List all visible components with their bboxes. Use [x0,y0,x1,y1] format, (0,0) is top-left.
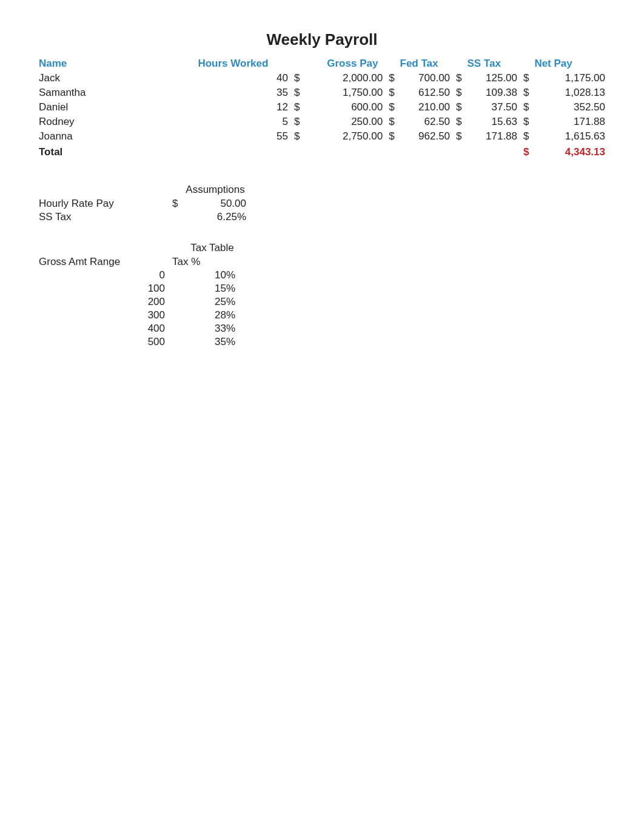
tax-pct-value: 28% [170,309,249,322]
total-label: Total [36,144,173,159]
table-row: Samantha35$1,750.00$612.50$109.38$1,028.… [36,86,608,100]
col-name: Name [36,56,173,71]
tax-table-header-row: Gross Amt Range Tax % [36,255,249,269]
cell-name: Jack [36,71,173,86]
cell-ss: 125.00 [465,71,520,86]
col-ss: SS Tax [465,56,532,71]
cell-fed: 700.00 [398,71,453,86]
currency-symbol: $ [385,86,397,100]
currency-symbol: $ [452,115,465,129]
cell-fed: 62.50 [398,115,453,129]
cell-hours: 35 [173,86,290,100]
assumptions-header: Assumptions [36,184,255,196]
currency-symbol: $ [452,100,465,115]
tax-range-value: 400 [36,322,170,335]
table-row: Daniel12$600.00$210.00$37.50$352.50 [36,100,608,115]
currency-symbol [170,210,182,224]
cell-fed: 612.50 [398,86,453,100]
tax-table-row: 010% [36,269,249,282]
cell-ss: 171.88 [465,129,520,144]
tax-range-value: 100 [36,282,170,295]
tax-table: Gross Amt Range Tax % 010%10015%20025%30… [36,255,249,349]
cell-name: Rodney [36,115,173,129]
cell-gross: 250.00 [303,115,385,129]
currency-symbol: $ [290,129,303,144]
tax-pct-value: 33% [170,322,249,335]
cell-gross: 2,000.00 [303,71,385,86]
cell-hours: 12 [173,100,290,115]
table-row: Joanna55$2,750.00$962.50$171.88$1,615.63 [36,129,608,144]
cell-name: Daniel [36,100,173,115]
page-title: Weekly Payroll [36,30,608,49]
currency-symbol: $ [385,100,397,115]
cell-gross: 1,750.00 [303,86,385,100]
currency-symbol: $ [520,115,532,129]
assumption-row: SS Tax6.25% [36,210,249,224]
currency-symbol: $ [290,71,303,86]
tax-pct-value: 15% [170,282,249,295]
assumption-label: SS Tax [36,210,170,224]
currency-symbol: $ [520,129,532,144]
cell-name: Samantha [36,86,173,100]
tax-table-row: 10015% [36,282,249,295]
assumptions-table: Hourly Rate Pay$50.00SS Tax6.25% [36,197,249,224]
cell-hours: 5 [173,115,290,129]
col-net: Net Pay [532,56,608,71]
currency-symbol: $ [290,86,303,100]
cell-hours: 55 [173,129,290,144]
cell-name: Joanna [36,129,173,144]
tax-range-value: 200 [36,295,170,309]
cell-fed: 210.00 [398,100,453,115]
tax-table-section: Tax Table Gross Amt Range Tax % 010%1001… [36,242,608,349]
tax-table-row: 30028% [36,309,249,322]
cell-net: 1,175.00 [532,71,608,86]
assumption-value: 50.00 [182,197,249,210]
currency-symbol: $ [290,100,303,115]
table-row: Rodney5$250.00$62.50$15.63$171.88 [36,115,608,129]
table-row: Jack40$2,000.00$700.00$125.00$1,175.00 [36,71,608,86]
assumptions-section: Assumptions Hourly Rate Pay$50.00SS Tax6… [36,184,608,224]
total-row: Total$4,343.13 [36,144,608,159]
currency-symbol: $ [452,71,465,86]
currency-symbol: $ [290,115,303,129]
currency-symbol: $ [520,71,532,86]
col-gross: Gross Pay [303,56,397,71]
currency-symbol: $ [452,129,465,144]
tax-pct-label: Tax % [170,255,249,269]
currency-symbol: $ [385,129,397,144]
tax-range-value: 500 [36,335,170,349]
cell-ss: 37.50 [465,100,520,115]
col-hours: Hours Worked [173,56,303,71]
currency-symbol: $ [385,115,397,129]
currency-symbol: $ [520,100,532,115]
tax-range-label: Gross Amt Range [36,255,170,269]
cell-net: 1,028.13 [532,86,608,100]
cell-hours: 40 [173,71,290,86]
currency-symbol: $ [385,71,397,86]
col-fed: Fed Tax [398,56,465,71]
currency-symbol: $ [520,86,532,100]
cell-net: 1,615.63 [532,129,608,144]
currency-symbol: $ [170,197,182,210]
cell-ss: 109.38 [465,86,520,100]
cell-net: 171.88 [532,115,608,129]
total-amount: 4,343.13 [532,144,608,159]
currency-symbol: $ [520,144,532,159]
tax-table-row: 50035% [36,335,249,349]
assumption-value: 6.25% [182,210,249,224]
tax-table-row: 20025% [36,295,249,309]
tax-pct-value: 35% [170,335,249,349]
tax-pct-value: 25% [170,295,249,309]
tax-pct-value: 10% [170,269,249,282]
cell-fed: 962.50 [398,129,453,144]
cell-gross: 600.00 [303,100,385,115]
cell-gross: 2,750.00 [303,129,385,144]
tax-range-value: 0 [36,269,170,282]
cell-net: 352.50 [532,100,608,115]
tax-range-value: 300 [36,309,170,322]
tax-table-row: 40033% [36,322,249,335]
table-header-row: Name Hours Worked Gross Pay Fed Tax SS T… [36,56,608,71]
cell-ss: 15.63 [465,115,520,129]
payroll-table: Name Hours Worked Gross Pay Fed Tax SS T… [36,56,608,159]
tax-table-header: Tax Table [36,242,255,254]
